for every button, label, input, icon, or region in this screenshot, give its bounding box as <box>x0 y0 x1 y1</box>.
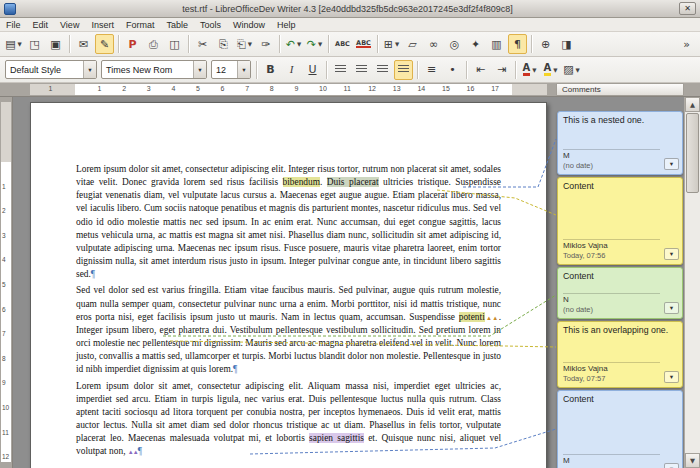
paste-button[interactable]: ⎗▼ <box>235 34 254 54</box>
comment-text[interactable]: Content <box>563 394 677 404</box>
chevron-down-icon[interactable]: ▼ <box>395 41 399 47</box>
scroll-up-icon[interactable]: ▲ <box>685 97 700 112</box>
find-and-replace-button[interactable]: ◎ <box>445 34 464 54</box>
show-draw-functions-button[interactable]: ▱ <box>403 34 422 54</box>
align-right-button[interactable] <box>373 60 392 80</box>
scrollbar-thumb[interactable] <box>686 113 699 193</box>
ruler-number: 12 <box>368 85 376 92</box>
menu-view[interactable]: View <box>54 18 85 31</box>
vertical-ruler[interactable]: 123456789101112 <box>0 97 13 468</box>
toolbar-overflow-button[interactable]: » <box>677 34 696 54</box>
italic-button[interactable]: I <box>282 60 301 80</box>
paragraph[interactable]: Sed vel dolor sed est varius fringilla. … <box>76 284 501 376</box>
paragraph[interactable]: Lorem ipsum dolor sit amet, consectetur … <box>76 380 501 459</box>
export-pdf-button[interactable]: P <box>123 34 142 54</box>
chevron-down-icon[interactable]: ▼ <box>318 41 322 47</box>
paragraph[interactable]: Lorem ipsum dolor sit amet, consectetur … <box>76 163 501 281</box>
background-color-button[interactable]: ▨▼ <box>562 60 581 80</box>
bold-button[interactable]: B <box>261 60 280 80</box>
chevron-down-icon[interactable]: ▼ <box>83 61 96 78</box>
menu-insert[interactable]: Insert <box>85 18 120 31</box>
align-justify-button[interactable] <box>394 60 413 80</box>
comment-box[interactable]: This is an overlapping one.Miklos VajnaT… <box>557 321 683 388</box>
menu-file[interactable]: File <box>0 18 27 31</box>
chevron-down-icon[interactable]: ▼ <box>193 61 206 78</box>
decrease-indent-button[interactable]: ⇤ <box>471 60 490 80</box>
numbered-list-button[interactable]: ≡ <box>422 60 441 80</box>
comment-anchor-highlight[interactable]: potenti <box>459 312 485 322</box>
print-button[interactable]: ⎙ <box>144 34 163 54</box>
redo-button[interactable]: ↷▼ <box>305 34 324 54</box>
comment-menu-button[interactable]: ▼ <box>664 248 679 260</box>
comment-menu-button[interactable]: ▼ <box>664 158 679 170</box>
insert-table-button[interactable]: ⊞▼ <box>382 34 401 54</box>
paragraph-style-combo[interactable]: Default Style ▼ <box>5 60 97 79</box>
comment-box[interactable]: This is a nested one.M(no date)▼ <box>557 111 683 175</box>
open-button[interactable]: ◳ <box>25 34 44 54</box>
chevron-down-icon[interactable]: ▼ <box>576 67 580 73</box>
comment-anchor-marker[interactable]: ▲▲ <box>128 449 138 455</box>
hyperlink-button[interactable]: ∞ <box>424 34 443 54</box>
zoom-button[interactable]: ⊕ <box>536 34 555 54</box>
cut-button[interactable]: ✂ <box>193 34 212 54</box>
page[interactable]: Lorem ipsum dolor sit amet, consectetur … <box>30 102 547 468</box>
comment-text[interactable]: This is an overlapping one. <box>563 325 677 335</box>
chevron-down-icon[interactable]: ▼ <box>237 61 250 78</box>
copy-button[interactable]: ⎘ <box>214 34 233 54</box>
comment-menu-button[interactable]: ▼ <box>664 371 679 383</box>
comment-text[interactable]: This is a nested one. <box>563 115 677 125</box>
comment-anchor-highlight[interactable]: sapien sagittis <box>309 433 364 443</box>
underline-button[interactable]: U <box>303 60 322 80</box>
chevron-down-icon[interactable]: ▼ <box>18 41 22 47</box>
gallery-icon: ▥ <box>491 39 501 50</box>
comment-menu-button[interactable]: ▼ <box>664 463 679 468</box>
comment-box[interactable]: ContentM(no date)▼ <box>557 390 683 468</box>
menu-tools[interactable]: Tools <box>194 18 227 31</box>
gallery-button[interactable]: ▥ <box>487 34 506 54</box>
close-button[interactable]: ✕ <box>679 2 696 15</box>
increase-indent-button[interactable]: ⇥ <box>492 60 511 80</box>
comment-menu-button[interactable]: ▼ <box>664 302 679 314</box>
comment-text[interactable]: Content <box>563 271 677 281</box>
email-document-button[interactable]: ✉ <box>74 34 93 54</box>
font-color-button[interactable]: A▼ <box>520 60 539 80</box>
align-left-button[interactable] <box>331 60 350 80</box>
bullet-list-button[interactable]: • <box>443 60 462 80</box>
chevron-down-icon[interactable]: ▼ <box>248 41 252 47</box>
formatting-marks-button[interactable]: ¶ <box>508 34 527 54</box>
auto-spellcheck-button[interactable]: ABC <box>354 34 373 54</box>
document-text[interactable]: Lorem ipsum dolor sit amet, consectetur … <box>31 103 546 458</box>
scroll-down-icon[interactable]: ▼ <box>685 453 700 468</box>
horizontal-ruler[interactable]: 12345678910111213141516171 Comments <box>0 83 700 97</box>
highlighting-color-button[interactable]: A▼ <box>541 60 560 80</box>
comment-text[interactable]: Content <box>563 181 677 191</box>
align-center-button[interactable] <box>352 60 371 80</box>
vertical-scrollbar[interactable]: ▲ ▼ <box>684 97 700 468</box>
menu-format[interactable]: Format <box>120 18 161 31</box>
edit-mode-button[interactable]: ✎ <box>95 34 114 54</box>
chevron-down-icon[interactable]: ▼ <box>297 41 301 47</box>
sidebar-button[interactable]: ◨ <box>557 34 576 54</box>
spelling-button[interactable]: ABC <box>333 34 352 54</box>
menu-edit[interactable]: Edit <box>27 18 55 31</box>
comment-anchor-marker[interactable]: ▲▲ <box>485 315 499 321</box>
comments-toggle-button[interactable]: Comments <box>556 83 684 96</box>
comment-anchor-highlight[interactable]: Duis placerat <box>327 177 379 187</box>
chevron-down-icon[interactable]: ▼ <box>553 67 557 73</box>
comment-anchor-highlight[interactable]: bibendum <box>283 177 321 187</box>
menu-help[interactable]: Help <box>271 18 302 31</box>
page-preview-button[interactable]: ◫ <box>165 34 184 54</box>
clone-formatting-button[interactable]: ✑ <box>256 34 275 54</box>
menu-window[interactable]: Window <box>227 18 271 31</box>
comment-box[interactable]: ContentMiklos VajnaToday, 07:56▼ <box>557 177 683 265</box>
comment-box[interactable]: ContentN(no date)▼ <box>557 267 683 319</box>
save-button[interactable]: ▣ <box>46 34 65 54</box>
font-size-combo[interactable]: 12 ▼ <box>211 60 251 79</box>
new-document-button[interactable]: ▤▼ <box>4 34 23 54</box>
font-name-combo[interactable]: Times New Rom ▼ <box>101 60 207 79</box>
menu-table[interactable]: Table <box>160 18 194 31</box>
chevron-down-icon[interactable]: ▼ <box>532 67 536 73</box>
bullet-list-icon: • <box>449 64 456 75</box>
undo-button[interactable]: ↶▼ <box>284 34 303 54</box>
navigator-button[interactable]: ✦ <box>466 34 485 54</box>
